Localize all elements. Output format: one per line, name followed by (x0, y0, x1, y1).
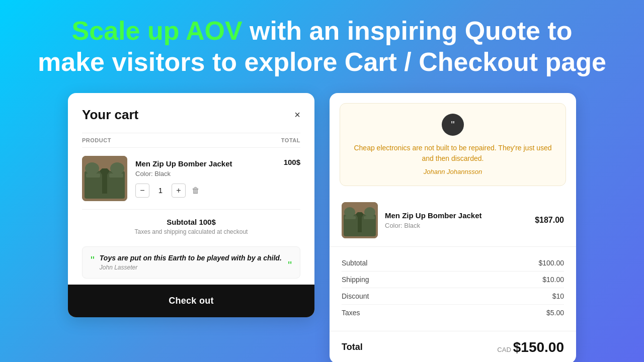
headline-line2: make visitors to explore Cart / Checkout… (38, 46, 606, 77)
cart-item: Men Zip Up Bomber Jacket Color: Black − … (82, 147, 300, 209)
svg-point-7 (110, 162, 124, 174)
quantity-value: 1 (155, 186, 166, 195)
checkout-item-image (342, 202, 378, 238)
banner-quote-author: Johann Johannsson (352, 168, 553, 175)
headline: Scale up AOV with an inspiring Quote to … (38, 15, 606, 78)
total-amount: CAD $150.00 (497, 339, 564, 355)
cart-header: Your cart × (82, 107, 300, 123)
quote-banner: " Cheap electronics are not built to be … (340, 103, 566, 186)
cart-columns: PRODUCT TOTAL (82, 133, 300, 147)
svg-rect-11 (358, 212, 362, 232)
subtotal-value: $100.00 (538, 259, 564, 267)
quantity-controls: − 1 + 🗑 (135, 184, 276, 198)
cart-title: Your cart (82, 107, 138, 123)
total-value: $150.00 (513, 339, 564, 355)
column-total: TOTAL (281, 137, 300, 143)
svg-point-14 (344, 207, 355, 217)
cart-card: Your cart × PRODUCT TOTAL (68, 93, 314, 317)
total-label: Total (342, 342, 363, 352)
subtotal-label: Subtotal (342, 259, 367, 267)
taxes-value: $5.00 (546, 309, 564, 317)
cart-quote-section: " Toys are put on this Earth to be playe… (82, 246, 300, 279)
cart-item-price: 100$ (284, 156, 300, 166)
shipping-label: Shipping (342, 276, 369, 284)
cart-quote-content: Toys are put on this Earth to be played … (100, 254, 283, 271)
checkout-item-details: Men Zip Up Bomber Jacket Color: Black (385, 211, 528, 229)
cart-quote-text: Toys are put on this Earth to be played … (100, 254, 283, 262)
close-button[interactable]: × (294, 110, 300, 120)
headline-white: with an inspiring Quote to (243, 16, 573, 45)
checkout-item-name: Men Zip Up Bomber Jacket (385, 211, 528, 220)
discount-value: $10 (552, 292, 564, 300)
taxes-label: Taxes (342, 309, 360, 317)
discount-label: Discount (342, 292, 369, 300)
order-summary: Subtotal $100.00 Shipping $10.00 Discoun… (330, 247, 576, 329)
cart-item-details: Men Zip Up Bomber Jacket Color: Black − … (135, 159, 276, 198)
subtotal-note: Taxes and shipping calculated at checkou… (82, 228, 300, 235)
checkout-button[interactable]: Check out (68, 285, 314, 317)
summary-row-discount: Discount $10 (342, 288, 564, 305)
cart-quote-author: John Lasseter (100, 264, 283, 271)
cart-item-name: Men Zip Up Bomber Jacket (135, 159, 276, 168)
checkout-card: " Cheap electronics are not built to be … (330, 93, 576, 362)
quantity-decrease-button[interactable]: − (135, 184, 149, 198)
cart-item-image (82, 156, 127, 201)
subtotal-section: Subtotal 100$ Taxes and shipping calcula… (82, 209, 300, 240)
quote-icon-circle: " (442, 114, 464, 136)
svg-point-15 (364, 207, 375, 217)
subtotal-text: Subtotal 100$ (82, 218, 300, 226)
total-row: Total CAD $150.00 (330, 331, 576, 362)
summary-row-taxes: Taxes $5.00 (342, 305, 564, 321)
summary-row-subtotal: Subtotal $100.00 (342, 255, 564, 272)
shipping-value: $10.00 (542, 276, 564, 284)
checkout-item-color: Color: Black (385, 222, 528, 229)
checkout-item-price: $187.00 (535, 216, 564, 225)
cart-item-color: Color: Black (135, 170, 276, 177)
banner-quote-text: Cheap electronics are not built to be re… (352, 143, 553, 164)
svg-rect-3 (102, 168, 107, 194)
quantity-increase-button[interactable]: + (172, 184, 186, 198)
headline-green: Scale up AOV (72, 16, 243, 45)
delete-item-button[interactable]: 🗑 (192, 186, 200, 195)
checkout-item: Men Zip Up Bomber Jacket Color: Black $1… (330, 194, 576, 247)
summary-row-shipping: Shipping $10.00 (342, 272, 564, 288)
svg-point-6 (85, 162, 99, 174)
cards-container: Your cart × PRODUCT TOTAL (20, 93, 624, 362)
total-currency: CAD (497, 346, 511, 353)
quote-close-icon: " (288, 260, 292, 271)
quote-circle-icon: " (451, 120, 454, 130)
column-product: PRODUCT (82, 137, 111, 143)
quote-open-icon: " (91, 255, 95, 266)
